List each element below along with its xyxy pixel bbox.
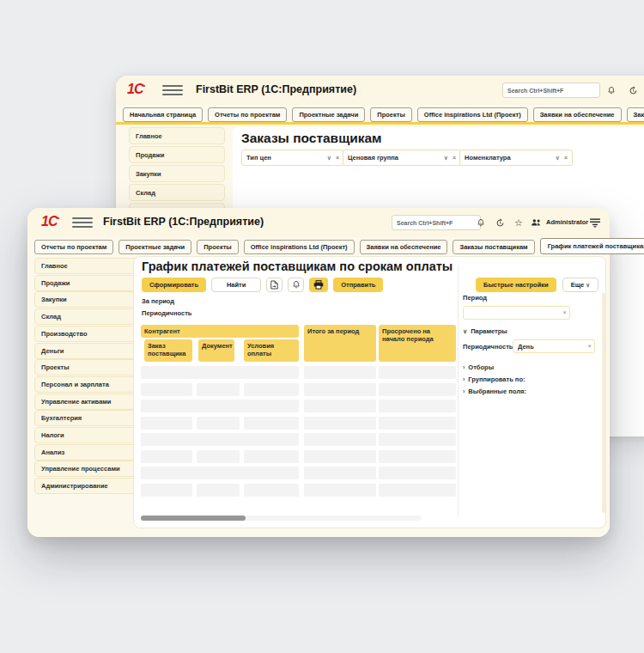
skeleton-cell — [141, 417, 192, 430]
sidebar-item-purchases[interactable]: Закупки — [34, 291, 141, 308]
sidebar-item-production[interactable]: Производство — [34, 326, 141, 342]
settings-panel: Период × ∨ Параметры Периодичность × — [463, 257, 602, 528]
skeleton-cell — [141, 400, 299, 412]
chevron-down-icon[interactable]: ∨ — [327, 155, 331, 162]
clear-icon[interactable]: × — [564, 155, 568, 161]
sidebar-item-process-management[interactable]: Управление процессами — [34, 461, 141, 477]
table-row — [141, 416, 456, 430]
tab-project-reports[interactable]: Отчеты по проектам — [34, 240, 113, 254]
skeleton-cell — [141, 433, 299, 446]
for-period-label: За период — [142, 297, 174, 305]
favorites-star-icon[interactable]: ☆ — [513, 217, 525, 229]
send-button[interactable]: Отправить — [333, 278, 383, 292]
history-icon[interactable] — [494, 217, 506, 229]
sidebar-item-money[interactable]: Деньги — [34, 343, 141, 359]
sidebar-item-accounting[interactable]: Бухгалтерия — [34, 410, 141, 426]
column-header-counterparty[interactable]: Контрагент — [141, 325, 299, 338]
column-header-supplier-order[interactable]: Заказ поставщика — [144, 339, 192, 362]
print-button[interactable] — [309, 278, 328, 292]
skeleton-cell — [244, 417, 299, 430]
tab-project-tasks[interactable]: Проектные задачи — [118, 240, 191, 254]
tab-project-tasks[interactable]: Проектные задачи — [292, 107, 365, 122]
table-row — [141, 466, 456, 480]
users-icon[interactable] — [530, 217, 542, 229]
main-menu-icon[interactable] — [162, 85, 183, 98]
skeleton-cell — [244, 383, 299, 396]
skeleton-cell — [379, 467, 456, 479]
main-menu-icon[interactable] — [72, 217, 93, 230]
column-header-overdue[interactable]: Просрочено на начало периода — [379, 325, 456, 362]
new-document-button[interactable] — [266, 278, 283, 292]
column-header-document[interactable]: Документ — [198, 339, 234, 362]
find-button[interactable]: Найти — [211, 278, 261, 292]
sidebar-item-projects[interactable]: Проекты — [34, 359, 141, 375]
periodicity-input[interactable] — [513, 339, 595, 353]
tab-project-reports[interactable]: Отчеты по проектам — [208, 107, 287, 122]
sidebar-item-sales[interactable]: Продажи — [129, 146, 225, 163]
column-header-total-for-period[interactable]: Итого за период — [304, 325, 376, 362]
table-row — [141, 399, 456, 413]
current-user-label[interactable]: Administrator — [546, 218, 588, 226]
clear-icon[interactable]: × — [587, 343, 592, 350]
chevron-right-icon: › — [463, 376, 465, 382]
sidebar-item-analysis[interactable]: Анализ — [34, 444, 141, 461]
tab-payment-schedule-active[interactable]: График платежей поставщикам — [540, 238, 644, 254]
notify-button[interactable] — [288, 278, 304, 292]
skeleton-cell — [379, 484, 456, 497]
search-input[interactable] — [502, 82, 600, 98]
vertical-scrollbar[interactable] — [602, 293, 605, 513]
sidebar-item-taxes[interactable]: Налоги — [34, 427, 141, 443]
search-input[interactable] — [392, 215, 481, 230]
tab-projects[interactable]: Проекты — [197, 240, 239, 254]
history-icon[interactable] — [627, 84, 639, 96]
generate-button[interactable]: Сформировать — [142, 278, 206, 292]
report-title: График платежей поставщикам по срокам оп… — [142, 259, 453, 273]
sidebar-item-main[interactable]: Главное — [34, 258, 141, 274]
skeleton-cell — [141, 366, 299, 379]
chevron-right-icon: › — [463, 364, 465, 370]
functions-menu-icon[interactable] — [589, 217, 601, 229]
period-input[interactable] — [463, 306, 570, 320]
skeleton-cell — [197, 450, 240, 463]
column-header-payment-terms[interactable]: Условия оплаты — [244, 339, 299, 362]
sidebar-item-main[interactable]: Главное — [129, 127, 225, 144]
tab-office-inspirations[interactable]: Office inspirations Ltd (Проект) — [417, 107, 528, 122]
clear-icon[interactable]: × — [562, 309, 567, 316]
notifications-bell-icon[interactable] — [605, 84, 617, 96]
tab-projects[interactable]: Проекты — [370, 107, 412, 122]
table-row — [141, 483, 456, 497]
parameters-section-toggle[interactable]: ∨ Параметры — [463, 327, 507, 335]
tab-supply-requests[interactable]: Заявки на обеспечение — [360, 240, 448, 254]
tab-supply-requests[interactable]: Заявки на обеспечение — [533, 107, 622, 122]
tab-supplier-orders[interactable]: Заказы поставщикам — [453, 240, 534, 254]
sidebar-item-hr-payroll[interactable]: Персонал и зарплата — [34, 376, 141, 393]
skeleton-cell — [197, 484, 240, 497]
skeleton-cell — [304, 383, 376, 396]
clear-icon[interactable]: × — [453, 155, 456, 161]
sidebar-item-purchases[interactable]: Закупки — [129, 165, 225, 182]
group-by-section-toggle[interactable]: › Группировать по: — [463, 375, 525, 383]
skeleton-cell — [244, 450, 299, 463]
tab-office-inspirations[interactable]: Office inspirations Ltd (Проект) — [244, 240, 355, 254]
sidebar-item-asset-management[interactable]: Управление активами — [34, 394, 141, 410]
sidebar-item-warehouse[interactable]: Склад — [129, 184, 225, 201]
filters-section-toggle[interactable]: › Отборы — [463, 363, 494, 371]
clear-icon[interactable]: × — [336, 155, 339, 161]
sidebar-item-administration[interactable]: Администрирование — [34, 478, 141, 494]
scrollbar-thumb[interactable] — [141, 516, 246, 521]
horizontal-scrollbar[interactable] — [141, 516, 422, 521]
filter-nomenclature[interactable]: Номенклатура ∨× — [459, 150, 573, 166]
chevron-down-icon: ∨ — [463, 328, 467, 335]
selected-fields-section-toggle[interactable]: › Выбранные поля: — [463, 388, 526, 395]
skeleton-cell — [197, 383, 240, 396]
table-body — [141, 365, 456, 499]
sidebar-item-sales[interactable]: Продажи — [34, 275, 141, 291]
chevron-down-icon[interactable]: ∨ — [556, 155, 560, 162]
chevron-down-icon[interactable]: ∨ — [444, 155, 448, 162]
notifications-bell-icon[interactable] — [475, 217, 487, 229]
tab-supplier-orders[interactable]: Заказы поставщикам — [627, 107, 644, 122]
filter-price-type[interactable]: Тип цен ∨× — [241, 150, 344, 166]
tab-home[interactable]: Начальная страница — [123, 107, 203, 122]
sidebar-item-warehouse[interactable]: Склад — [34, 308, 141, 325]
filter-price-group[interactable]: Ценовая группа ∨× — [343, 150, 461, 166]
